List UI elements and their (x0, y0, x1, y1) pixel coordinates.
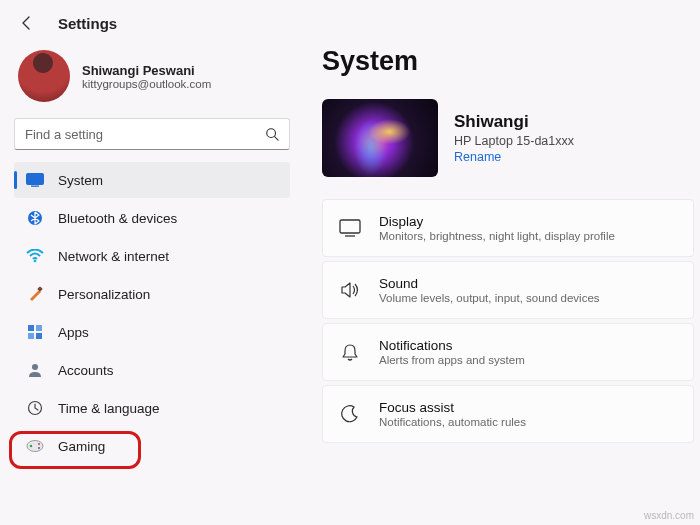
sidebar: Shiwangi Peswani kittygroups@outlook.com… (0, 36, 300, 523)
svg-rect-6 (37, 286, 43, 292)
card-subtitle: Alerts from apps and system (379, 354, 525, 366)
sound-icon (339, 279, 361, 301)
svg-point-5 (34, 260, 37, 263)
apps-icon (26, 323, 44, 341)
sidebar-item-system[interactable]: System (14, 162, 290, 198)
profile-name: Shiwangi Peswani (82, 63, 211, 78)
clock-globe-icon (26, 399, 44, 417)
sidebar-item-time-language[interactable]: Time & language (14, 390, 290, 426)
sidebar-item-personalization[interactable]: Personalization (14, 276, 290, 312)
main-panel: System Shiwangi HP Laptop 15-da1xxx Rena… (300, 36, 700, 523)
page-title: Settings (58, 15, 117, 32)
svg-rect-10 (36, 333, 42, 339)
search-box[interactable] (14, 118, 290, 150)
svg-point-15 (38, 443, 40, 445)
sidebar-item-label: Time & language (58, 401, 160, 416)
moon-icon (339, 403, 361, 425)
card-subtitle: Notifications, automatic rules (379, 416, 526, 428)
brush-icon (26, 285, 44, 303)
system-icon (26, 171, 44, 189)
svg-point-0 (267, 129, 276, 138)
sidebar-item-network[interactable]: Network & internet (14, 238, 290, 274)
svg-rect-3 (31, 186, 39, 187)
watermark: wsxdn.com (644, 510, 694, 521)
device-name: Shiwangi (454, 112, 574, 132)
card-focus-assist[interactable]: Focus assist Notifications, automatic ru… (322, 385, 694, 443)
sidebar-item-label: Bluetooth & devices (58, 211, 177, 226)
sidebar-item-label: System (58, 173, 103, 188)
sidebar-item-label: Apps (58, 325, 89, 340)
back-icon[interactable] (18, 14, 36, 32)
device-model: HP Laptop 15-da1xxx (454, 134, 574, 148)
card-display[interactable]: Display Monitors, brightness, night ligh… (322, 199, 694, 257)
card-subtitle: Monitors, brightness, night light, displ… (379, 230, 615, 242)
svg-point-14 (30, 445, 32, 447)
profile-email: kittygroups@outlook.com (82, 78, 211, 90)
settings-cards: Display Monitors, brightness, night ligh… (322, 199, 694, 443)
svg-point-11 (32, 364, 38, 370)
device-thumbnail (322, 99, 438, 177)
card-title: Display (379, 214, 615, 229)
sidebar-item-label: Gaming (58, 439, 105, 454)
wifi-icon (26, 247, 44, 265)
card-subtitle: Volume levels, output, input, sound devi… (379, 292, 600, 304)
card-notifications[interactable]: Notifications Alerts from apps and syste… (322, 323, 694, 381)
header: Settings (0, 0, 700, 36)
card-title: Sound (379, 276, 600, 291)
gaming-icon (26, 437, 44, 455)
svg-point-13 (27, 441, 43, 452)
avatar (18, 50, 70, 102)
display-icon (339, 217, 361, 239)
bluetooth-icon (26, 209, 44, 227)
search-input[interactable] (25, 127, 265, 142)
svg-point-16 (38, 447, 40, 449)
sidebar-item-accounts[interactable]: Accounts (14, 352, 290, 388)
svg-rect-7 (28, 325, 34, 331)
sidebar-item-label: Network & internet (58, 249, 169, 264)
svg-line-1 (275, 137, 279, 141)
search-icon[interactable] (265, 127, 279, 141)
nav: System Bluetooth & devices Network & int… (14, 162, 290, 464)
rename-link[interactable]: Rename (454, 150, 574, 164)
device-block: Shiwangi HP Laptop 15-da1xxx Rename (322, 99, 694, 177)
card-sound[interactable]: Sound Volume levels, output, input, soun… (322, 261, 694, 319)
accounts-icon (26, 361, 44, 379)
card-title: Notifications (379, 338, 525, 353)
svg-rect-9 (28, 333, 34, 339)
sidebar-item-gaming[interactable]: Gaming (14, 428, 290, 464)
svg-rect-17 (340, 220, 360, 233)
svg-rect-8 (36, 325, 42, 331)
main-title: System (322, 46, 694, 77)
svg-rect-2 (27, 174, 44, 185)
bell-icon (339, 341, 361, 363)
profile-block[interactable]: Shiwangi Peswani kittygroups@outlook.com (14, 42, 290, 118)
sidebar-item-bluetooth[interactable]: Bluetooth & devices (14, 200, 290, 236)
sidebar-item-label: Personalization (58, 287, 150, 302)
sidebar-item-label: Accounts (58, 363, 114, 378)
card-title: Focus assist (379, 400, 526, 415)
sidebar-item-apps[interactable]: Apps (14, 314, 290, 350)
